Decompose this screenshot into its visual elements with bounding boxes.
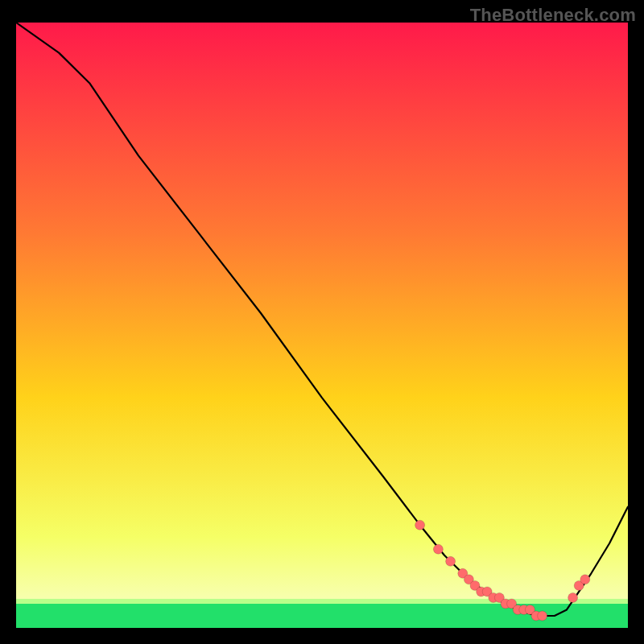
svg-point-20 (568, 592, 578, 602)
watermark-text: TheBottleneck.com (470, 5, 636, 26)
svg-rect-0 (16, 23, 628, 628)
svg-point-22 (580, 575, 590, 584)
svg-rect-2 (16, 599, 628, 604)
chart-frame: TheBottleneck.com (0, 0, 644, 644)
plot-area (16, 23, 628, 628)
svg-point-4 (433, 544, 443, 554)
svg-point-3 (415, 520, 425, 530)
svg-point-5 (446, 556, 456, 566)
chart-svg (16, 23, 628, 628)
svg-point-19 (538, 611, 547, 621)
